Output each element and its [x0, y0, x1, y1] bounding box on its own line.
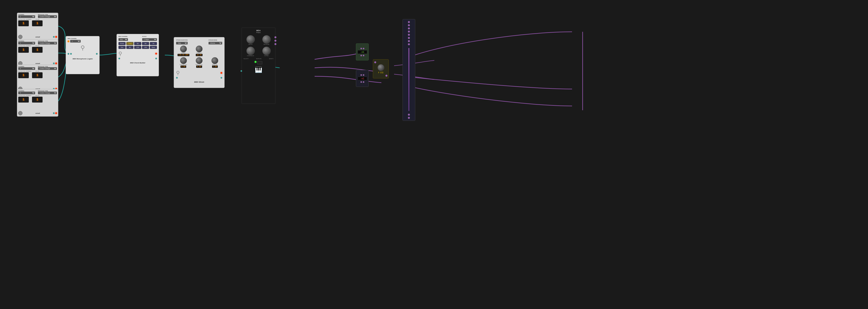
- tall-right-module: [403, 19, 415, 121]
- tall-port-2[interactable]: [408, 24, 410, 26]
- chord-port-out[interactable]: [155, 58, 157, 59]
- tall-port-4[interactable]: [408, 31, 410, 33]
- piano-pedal-icon: 🎹: [255, 66, 262, 73]
- mda-subtitle: Piano: [243, 32, 274, 33]
- tall-port-5[interactable]: [408, 34, 410, 36]
- mindi3-displays: NOTE/CTRL NUMBER 1 VALUE 1: [18, 70, 57, 78]
- mindi2-channel-select[interactable]: 1: [18, 42, 35, 44]
- strum-acc-knob[interactable]: [180, 57, 187, 64]
- chord-btn-prime[interactable]: Prime: [118, 42, 126, 45]
- piano-hardness-wrap: HARDNESS: [243, 47, 258, 56]
- piano-port-out2[interactable]: [274, 40, 277, 42]
- strum-module: STRUM DURATION Tabs STRUM MODE 4Semis SP…: [174, 37, 224, 88]
- legato-port-out[interactable]: [96, 53, 98, 55]
- util1-port-out1[interactable]: [361, 55, 362, 56]
- mindi1-value-display: 1: [32, 20, 42, 26]
- util2-port-out1[interactable]: [361, 81, 362, 83]
- piano-decay-knob[interactable]: [246, 35, 255, 44]
- mindi1-value-label: VALUE: [32, 19, 42, 20]
- strum-mode-select[interactable]: 4Semis: [209, 42, 222, 44]
- mindi2-msgtype-select[interactable]: Control Change: [38, 42, 57, 44]
- util2-port-in2[interactable]: [363, 74, 364, 76]
- piano-filter-knob[interactable]: [262, 47, 271, 55]
- mindi4-msgtype-select[interactable]: Control Change: [38, 92, 57, 94]
- mindi4-channel-select[interactable]: 3: [18, 92, 35, 94]
- legato-channel-led: [68, 40, 69, 42]
- mindi4-note-display: 1: [18, 97, 29, 102]
- piano-port-out1[interactable]: [274, 36, 277, 38]
- chord-led: [155, 53, 157, 55]
- mindi1-channel-select[interactable]: 1: [18, 15, 35, 18]
- strum-acc-display: 0.00: [181, 65, 186, 68]
- mindi1-name: mindi: [35, 36, 40, 38]
- tall-module-bar: [408, 48, 409, 111]
- mindi4-led: [55, 112, 57, 114]
- piano-hardness-knob[interactable]: [246, 47, 255, 55]
- strum-rnd-accel-label: RND ACCEL: [195, 64, 203, 65]
- chord-port-in[interactable]: [118, 58, 120, 59]
- util2-port-in1[interactable]: [361, 74, 362, 76]
- chord-scale-select[interactable]: C Major: [142, 38, 157, 41]
- legato-module: MIDI CHANNEL 1 ⚲ MIDI Monophonic Legato: [66, 36, 100, 74]
- f572-port-out[interactable]: [385, 74, 388, 77]
- tall-port-out-1[interactable]: [408, 114, 410, 116]
- legato-port-in1[interactable]: [68, 53, 69, 55]
- tall-port-7[interactable]: [408, 40, 410, 42]
- tall-port-3[interactable]: [408, 27, 410, 29]
- mindi1-header: CHANNEL 1 MESSAGE TYPE Control Change: [18, 14, 57, 18]
- chord-channel-select[interactable]: Any: [118, 38, 128, 41]
- strum-timeout-display: 20.00: [196, 54, 203, 56]
- mindi3-channel-select[interactable]: 3: [18, 67, 35, 70]
- chord-btn-third[interactable]: Third: [126, 42, 133, 45]
- mindi1-msgtype-select[interactable]: Control Change: [38, 15, 57, 18]
- strum-timeout-knob[interactable]: [196, 45, 203, 52]
- chord-btn-6th[interactable]: 6th: [142, 42, 149, 45]
- piano-muffling-label: MUFFLING: [256, 58, 262, 59]
- strum-knobs: SPEED 120.00 BPM TIMEOUT 20.00 STRUM ACC…: [176, 45, 222, 68]
- mindi4-footer: mindi: [18, 111, 57, 115]
- piano-power-led: [255, 61, 256, 63]
- strum-icon: ⚲: [176, 70, 180, 76]
- chord-btn-6va[interactable]: 6va: [118, 46, 126, 49]
- mindi2-port-out[interactable]: [53, 63, 55, 64]
- piano-port-out3[interactable]: [274, 43, 277, 45]
- mindi4-port-out[interactable]: [53, 112, 55, 114]
- strum-rnd-accel-knob[interactable]: [196, 57, 203, 64]
- strum-duration-select[interactable]: Tabs: [176, 42, 188, 44]
- strum-acc-label: STRUM ACC: [180, 64, 187, 65]
- mindi1-note-label: NOTE/CTRL NUMBER: [18, 19, 31, 20]
- strum-mode-label: STRUM MODE: [209, 39, 222, 41]
- strum-speed-knob[interactable]: [180, 45, 187, 52]
- strum-port-out[interactable]: [221, 77, 222, 79]
- strum-rnd-vel-knob[interactable]: [211, 57, 218, 64]
- tall-port-1[interactable]: [408, 21, 410, 23]
- strum-port-in[interactable]: [176, 77, 178, 79]
- legato-channel-select[interactable]: 1: [70, 40, 81, 42]
- chord-btn-bass[interactable]: Bass: [150, 46, 157, 49]
- f572-knob[interactable]: [377, 64, 384, 71]
- util1-port-out2[interactable]: [363, 55, 364, 56]
- piano-release-knob[interactable]: [262, 35, 271, 44]
- chord-btn-13th[interactable]: 13th: [142, 46, 149, 49]
- tall-port-out-2[interactable]: [408, 117, 410, 119]
- mindi1-port-out[interactable]: [53, 36, 55, 38]
- mindi2-value-label: VALUE: [32, 45, 42, 47]
- mindi2-note-display: 1: [18, 47, 29, 53]
- util2-port-out2[interactable]: [363, 81, 364, 83]
- legato-port-in2[interactable]: [70, 53, 72, 55]
- tall-port-8[interactable]: [408, 43, 410, 45]
- piano-port-in[interactable]: [241, 70, 242, 72]
- util1-port-in2[interactable]: [363, 48, 364, 50]
- chord-btn-11th[interactable]: 11th: [134, 46, 141, 49]
- chord-btn-7th[interactable]: 7th: [150, 42, 157, 45]
- mindi3-msgtype-select[interactable]: Control Change: [38, 67, 57, 70]
- mindi4-value-label: VALUE: [32, 95, 42, 96]
- util1-port-in1[interactable]: [361, 48, 362, 50]
- tall-port-6[interactable]: [408, 37, 410, 39]
- chord-btn-9th[interactable]: 9th: [126, 46, 133, 49]
- mindi2-led: [55, 63, 57, 64]
- chord-btn-5th[interactable]: 5th: [134, 42, 141, 45]
- strum-title: MIDI Strum: [194, 81, 204, 83]
- mindi1-displays: NOTE/CTRL NUMBER 1 VALUE 1: [18, 19, 57, 26]
- f572-port-in[interactable]: [374, 61, 376, 63]
